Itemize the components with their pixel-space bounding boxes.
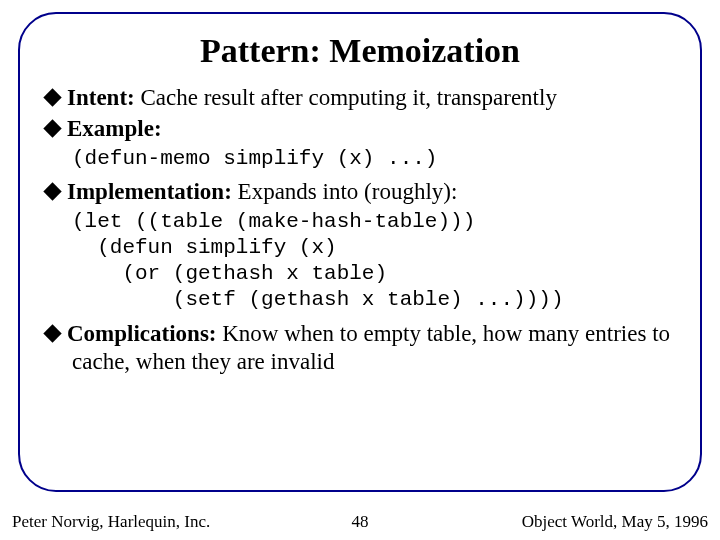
diamond-icon [43, 182, 61, 200]
intent-label: Intent: [67, 85, 135, 110]
bullet-complications: Complications: Know when to empty table,… [46, 320, 674, 378]
implementation-label: Implementation: [67, 179, 232, 204]
bullet-example: Example: [46, 115, 674, 144]
footer-left: Peter Norvig, Harlequin, Inc. [12, 512, 210, 532]
intent-text: Cache result after computing it, transpa… [135, 85, 557, 110]
bullet-intent: Intent: Cache result after computing it,… [46, 84, 674, 113]
implementation-text: Expands into (roughly): [232, 179, 458, 204]
complications-label: Complications: [67, 321, 217, 346]
example-label: Example: [67, 116, 162, 141]
diamond-icon [43, 88, 61, 106]
slide-footer: Peter Norvig, Harlequin, Inc. 48 Object … [0, 512, 720, 532]
slide-frame: Pattern: Memoization Intent: Cache resul… [18, 12, 702, 492]
footer-right: Object World, May 5, 1996 [522, 512, 708, 532]
example-code: (defun-memo simplify (x) ...) [72, 146, 674, 172]
bullet-implementation: Implementation: Expands into (roughly): [46, 178, 674, 207]
slide-title: Pattern: Memoization [46, 32, 674, 70]
footer-page-number: 48 [352, 512, 369, 532]
diamond-icon [43, 119, 61, 137]
diamond-icon [43, 324, 61, 342]
implementation-code: (let ((table (make-hash-table))) (defun … [72, 209, 674, 314]
